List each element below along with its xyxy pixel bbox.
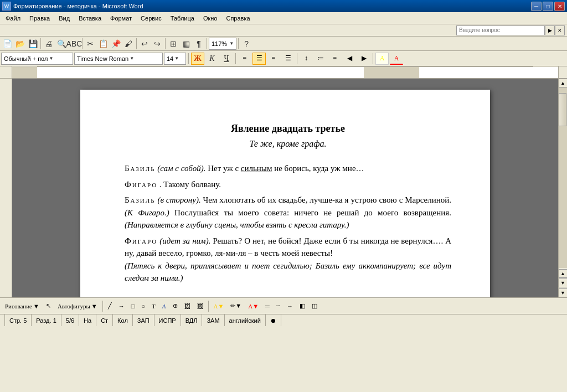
status-lang: английский (225, 314, 266, 326)
spellcheck-button[interactable]: ABC (68, 38, 80, 50)
size-dropdown[interactable]: 14 ▼ (164, 53, 186, 65)
bullets-button[interactable]: ≡ (328, 53, 342, 65)
3d-btn[interactable]: ◫ (309, 300, 320, 312)
redo-button[interactable]: ↪ (151, 38, 163, 50)
menu-table[interactable]: Таблица (166, 12, 199, 24)
help-button[interactable]: ? (240, 38, 252, 50)
menu-insert[interactable]: Вставка (74, 12, 106, 24)
menu-format[interactable]: Формат (106, 12, 136, 24)
table-button[interactable]: ⊞ (167, 38, 179, 50)
prev-page-button[interactable]: ▲ (559, 269, 568, 278)
copy-button[interactable]: 📋 (97, 38, 109, 50)
format-paint-button[interactable]: 🖌 (122, 38, 135, 50)
maximize-button[interactable]: □ (543, 2, 553, 11)
help-search-button[interactable]: ▶ (545, 25, 555, 35)
diagram-tool[interactable]: ⊕ (170, 300, 181, 312)
scroll-track[interactable] (559, 87, 567, 268)
scroll-thumb[interactable] (559, 93, 566, 126)
wordart-tool[interactable]: A (159, 300, 169, 312)
underline-button[interactable]: Ч (220, 53, 233, 65)
align-justify-button[interactable]: ☰ (281, 53, 295, 65)
fill-color-btn[interactable]: A▼ (211, 300, 227, 312)
drawing-arrow: ▼ (33, 303, 39, 310)
window-title: Форматирование - методичка - Microsoft W… (13, 3, 143, 9)
scroll-down-button[interactable]: ▼ (559, 288, 568, 297)
status-bar: Стр. 5 Разд. 1 5/6 На Ст Кол ЗАП ИСПР ВД… (0, 314, 567, 326)
sep2 (82, 38, 83, 49)
line-spacing-button[interactable]: ↕ (300, 53, 313, 65)
line-color-btn[interactable]: ✏▼ (228, 300, 244, 312)
scroll-up-button[interactable]: ▲ (559, 79, 568, 87)
right-scrollbar[interactable]: ▲ ▲ ▼ ▼ (558, 79, 567, 297)
clipart-tool[interactable]: 🖼 (182, 300, 193, 312)
new-button[interactable]: 📄 (1, 38, 13, 50)
status-section: Разд. 1 (32, 314, 61, 326)
select-tool[interactable]: ↖ (43, 300, 54, 312)
document-scroll-area[interactable]: Явление двадцать третье Те же, кроме гра… (12, 79, 558, 297)
line-style-btn[interactable]: ═ (262, 300, 272, 312)
dash-style-btn[interactable]: ┄ (274, 300, 283, 312)
font-color-btn2[interactable]: A▼ (245, 300, 261, 312)
menu-tools[interactable]: Сервис (136, 12, 166, 24)
page-container: Явление двадцать третье Те же, кроме гра… (12, 79, 558, 297)
font-value: Times New Roman (77, 55, 128, 62)
char-bazil-2: Базиль (125, 195, 156, 204)
arrow-style-btn[interactable]: → (284, 300, 296, 312)
cut-button[interactable]: ✂ (84, 38, 96, 50)
paste-button[interactable]: 📌 (110, 38, 122, 50)
image-tool[interactable]: 🖼 (194, 300, 206, 312)
font-color-button[interactable]: A (390, 53, 403, 65)
size-arrow: ▼ (174, 56, 179, 61)
status-vdl: ВДЛ (181, 314, 203, 326)
align-left-button[interactable]: ≡ (238, 53, 251, 65)
menu-edit[interactable]: Правка (25, 12, 54, 24)
undo-button[interactable]: ↩ (138, 38, 151, 50)
status-na-value: На (84, 317, 91, 324)
sep-fmt4 (373, 53, 373, 64)
close-button[interactable]: ✕ (554, 2, 565, 11)
status-page-of-value: 5/6 (66, 317, 74, 324)
status-zam: ЗАМ (202, 314, 224, 326)
svg-rect-0 (12, 67, 558, 79)
sep6 (238, 38, 239, 49)
rect-tool[interactable]: □ (128, 300, 138, 312)
bold-button[interactable]: Ж (191, 53, 204, 65)
drawing-dropdown[interactable]: Рисование ▼ (2, 300, 42, 312)
print-button[interactable]: 🖨 (43, 38, 55, 50)
menu-view[interactable]: Вид (54, 12, 74, 24)
help-bar: ▶ ✕ (0, 24, 567, 37)
shadow-btn[interactable]: ◧ (297, 300, 308, 312)
textbox-tool[interactable]: T (149, 300, 158, 312)
stage-dir-3: (идет за ним). (159, 236, 213, 245)
autoshapes-dropdown[interactable]: Автофигуры ▼ (55, 300, 100, 312)
menu-file[interactable]: Файл (1, 12, 25, 24)
highlight-button[interactable]: A (375, 53, 389, 65)
decrease-indent-button[interactable]: ◀ (343, 53, 356, 65)
oval-tool[interactable]: ○ (138, 300, 148, 312)
increase-indent-button[interactable]: ▶ (357, 53, 370, 65)
align-right-button[interactable]: ≡ (267, 53, 280, 65)
menu-bar: Файл Правка Вид Вставка Формат Сервис Та… (0, 12, 567, 24)
columns-button[interactable]: ▦ (180, 38, 192, 50)
style-dropdown[interactable]: Обычный + пол ▼ (1, 53, 73, 65)
numbering-button[interactable]: ≔ (314, 53, 327, 65)
menu-window[interactable]: Окно (199, 12, 222, 24)
menu-help[interactable]: Справка (221, 12, 254, 24)
line-tool[interactable]: ╱ (105, 300, 115, 312)
stage-dir-4: (Пятясь к двери, приплясывает и поет сег… (125, 261, 451, 283)
status-st: Ст (96, 314, 113, 326)
save-button[interactable]: 💾 (27, 38, 39, 50)
arrow-tool[interactable]: → (116, 300, 127, 312)
para-button[interactable]: ¶ (193, 38, 205, 50)
title-bar-buttons[interactable]: ─ □ ✕ (531, 2, 565, 11)
font-dropdown[interactable]: Times New Roman ▼ (74, 53, 163, 65)
help-close-button[interactable]: ✕ (555, 25, 565, 35)
zoom-dropdown[interactable]: 117% ▼ (209, 38, 236, 50)
italic-button[interactable]: К (205, 53, 219, 65)
minimize-button[interactable]: ─ (531, 2, 542, 11)
help-input[interactable] (456, 25, 545, 35)
ruler (0, 66, 567, 79)
open-button[interactable]: 📂 (14, 38, 26, 50)
align-center-button[interactable]: ☰ (252, 53, 266, 65)
next-page-button[interactable]: ▼ (559, 278, 568, 287)
